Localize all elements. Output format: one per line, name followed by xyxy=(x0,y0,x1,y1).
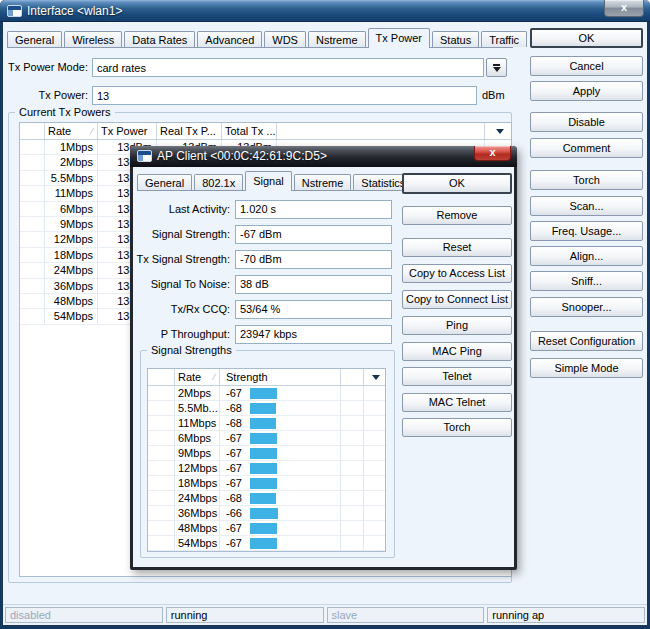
table-row[interactable]: 18Mbps-67 xyxy=(148,476,385,491)
chevron-down-icon xyxy=(496,129,504,134)
last-activity-label: Last Activity: xyxy=(133,200,230,219)
apply-button[interactable]: Apply xyxy=(530,81,643,101)
row-select-cell xyxy=(20,171,45,186)
table-row[interactable]: 6Mbps-67 xyxy=(148,431,385,446)
header-filler xyxy=(341,369,364,385)
strength-value: -68 xyxy=(226,416,250,430)
dialog-titlebar[interactable]: AP Client <00:0C:42:61:9C:D5> xyxy=(130,146,517,167)
filler-cell xyxy=(341,446,364,461)
disable-button[interactable]: Disable xyxy=(530,112,643,132)
table-row[interactable]: 48Mbps-67 xyxy=(148,521,385,536)
mac-telnet-button[interactable]: MAC Telnet xyxy=(402,393,512,412)
row-select-cell xyxy=(20,232,45,247)
filler-cell xyxy=(341,506,364,521)
header-rate[interactable]: Rate ∕ xyxy=(45,123,98,139)
signal-table-header: Rate ∕ Strength xyxy=(148,369,385,386)
close-icon[interactable]: x xyxy=(604,0,644,17)
torch-button[interactable]: Torch xyxy=(402,418,512,437)
column-menu-button[interactable] xyxy=(485,123,511,139)
rate-cell: 36Mbps xyxy=(175,506,220,521)
table-row[interactable]: 5.5Mb...-68 xyxy=(148,401,385,416)
reset-configuration-button[interactable]: Reset Configuration xyxy=(530,331,643,351)
copy-to-access-list-button[interactable]: Copy to Access List xyxy=(402,264,512,283)
tab-wds[interactable]: WDS xyxy=(264,31,306,47)
snooper-button[interactable]: Snooper... xyxy=(530,297,643,317)
tab-nstreme[interactable]: Nstreme xyxy=(308,31,366,47)
table-row[interactable]: 54Mbps-67 xyxy=(148,536,385,551)
rate-cell: 54Mbps xyxy=(175,536,220,551)
close-icon[interactable]: x xyxy=(474,146,511,161)
table-row[interactable]: 9Mbps-67 xyxy=(148,446,385,461)
remove-button[interactable]: Remove xyxy=(402,206,512,225)
row-select-cell xyxy=(148,491,175,506)
row-select-cell xyxy=(148,431,175,446)
tab-data-rates[interactable]: Data Rates xyxy=(124,31,195,47)
ping-button[interactable]: Ping xyxy=(402,316,512,335)
align-button[interactable]: Align... xyxy=(530,246,643,266)
status-bar: disabledrunningslaverunning ap xyxy=(3,604,647,625)
header-total-tx[interactable]: Total Tx ... xyxy=(222,123,277,139)
tab-status[interactable]: Status xyxy=(432,31,479,47)
tab-advanced[interactable]: Advanced xyxy=(197,31,262,47)
row-select-cell xyxy=(148,536,175,551)
tab-wireless[interactable]: Wireless xyxy=(64,31,122,47)
table-row[interactable]: 12Mbps-67 xyxy=(148,461,385,476)
window-icon xyxy=(137,150,152,162)
dialog-tab-signal[interactable]: Signal xyxy=(245,171,292,191)
ok-button[interactable]: OK xyxy=(530,28,643,48)
row-select-cell xyxy=(20,263,45,278)
ok-button[interactable]: OK xyxy=(402,173,512,194)
filler-cell xyxy=(364,401,385,416)
header-strength[interactable]: Strength xyxy=(220,369,341,385)
torch-button[interactable]: Torch xyxy=(530,170,643,190)
signal-strengths-table: Rate ∕ Strength 2Mbps-675.5Mb...-6811Mbp… xyxy=(147,368,386,552)
table-row[interactable]: 11Mbps-68 xyxy=(148,416,385,431)
filler-cell xyxy=(341,386,364,401)
header-rate[interactable]: Rate ∕ xyxy=(175,369,220,385)
mac-ping-button[interactable]: MAC Ping xyxy=(402,342,512,361)
filler-cell xyxy=(364,521,385,536)
strength-value: -67 xyxy=(226,431,250,445)
rate-cell: 54Mbps xyxy=(45,309,98,324)
rate-cell: 5.5Mbps xyxy=(45,171,98,186)
tab-tx-power[interactable]: Tx Power xyxy=(368,28,430,48)
tx-signal-strength-value: -70 dBm xyxy=(235,250,392,269)
tx-rx-ccq-value: 53/64 % xyxy=(235,300,392,319)
row-select-cell xyxy=(20,155,45,170)
simple-mode-button[interactable]: Simple Mode xyxy=(530,358,643,378)
dialog-tab-nstreme[interactable]: Nstreme xyxy=(294,174,352,190)
column-menu-button[interactable] xyxy=(364,369,385,385)
filler-cell xyxy=(341,536,364,551)
tab-traffic[interactable]: Traffic xyxy=(481,31,527,47)
tx-power-input[interactable] xyxy=(92,86,477,105)
strength-bar xyxy=(250,463,277,474)
tab-general[interactable]: General xyxy=(7,31,62,47)
reset-button[interactable]: Reset xyxy=(402,238,512,257)
rate-cell: 2Mbps xyxy=(45,155,98,170)
dialog-tab-general[interactable]: General xyxy=(137,174,192,190)
tx-powers-table-header: Rate ∕ Tx Power Real Tx P... Total Tx ..… xyxy=(20,123,511,140)
dropdown-arrow-icon[interactable] xyxy=(486,58,507,77)
main-window-titlebar[interactable]: Interface <wlan1> xyxy=(0,0,650,22)
table-row[interactable]: 2Mbps-67 xyxy=(148,386,385,401)
comment-button[interactable]: Comment xyxy=(530,138,643,158)
table-row[interactable]: 24Mbps-68 xyxy=(148,491,385,506)
tx-power-mode-label: Tx Power Mode: xyxy=(5,58,88,77)
sniff-button[interactable]: Sniff... xyxy=(530,271,643,291)
header-tx-power[interactable]: Tx Power xyxy=(98,123,157,139)
rate-cell: 48Mbps xyxy=(175,521,220,536)
table-row[interactable]: 36Mbps-66 xyxy=(148,506,385,521)
tx-power-mode-combo[interactable] xyxy=(92,58,484,77)
copy-to-connect-list-button[interactable]: Copy to Connect List xyxy=(402,290,512,309)
row-select-cell xyxy=(20,309,45,324)
rate-cell: 18Mbps xyxy=(175,476,220,491)
dialog-tab-802-1x[interactable]: 802.1x xyxy=(194,174,243,190)
signal-table-body: 2Mbps-675.5Mb...-6811Mbps-686Mbps-679Mbp… xyxy=(148,386,385,551)
scan-button[interactable]: Scan... xyxy=(530,196,643,216)
header-real-tx[interactable]: Real Tx P... xyxy=(157,123,222,139)
strength-bar xyxy=(250,493,276,504)
freq-usage-button[interactable]: Freq. Usage... xyxy=(530,221,643,241)
strength-cell: -67 xyxy=(220,461,341,476)
cancel-button[interactable]: Cancel xyxy=(530,56,643,76)
telnet-button[interactable]: Telnet xyxy=(402,367,512,386)
